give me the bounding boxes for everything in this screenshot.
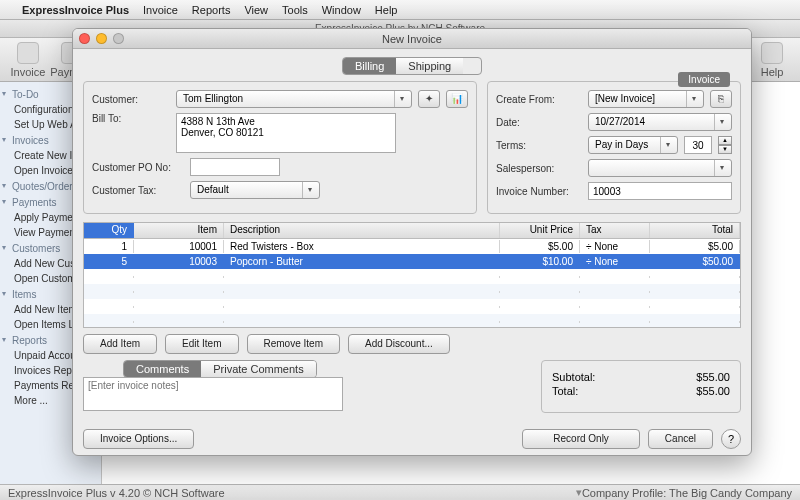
version-label: ExpressInvoice Plus v 4.20 © NCH Softwar…: [8, 487, 225, 499]
add-customer-icon[interactable]: ✦: [418, 90, 440, 108]
date-field[interactable]: 10/27/2014: [588, 113, 732, 131]
os-menubar: ExpressInvoice Plus Invoice Reports View…: [0, 0, 800, 20]
menu-window[interactable]: Window: [322, 4, 361, 16]
cancel-button[interactable]: Cancel: [648, 429, 713, 449]
table-row[interactable]: [84, 299, 740, 314]
tab-billing[interactable]: Billing: [343, 58, 396, 74]
col-qty[interactable]: Qty: [84, 223, 134, 238]
billing-panel: Customer: Tom Ellington ✦ 📊 Bill To: Cus…: [83, 81, 477, 214]
col-total[interactable]: Total: [650, 223, 740, 238]
createfrom-label: Create From:: [496, 94, 582, 105]
customer-combo[interactable]: Tom Ellington: [176, 90, 412, 108]
tab-shipping[interactable]: Shipping: [396, 58, 463, 74]
record-only-button[interactable]: Record Only: [522, 429, 640, 449]
subtotal-label: Subtotal:: [552, 371, 595, 383]
terms-stepper[interactable]: ▲▼: [718, 136, 732, 154]
menu-reports[interactable]: Reports: [192, 4, 231, 16]
zoom-icon: [113, 33, 124, 44]
company-profile[interactable]: Company Profile: The Big Candy Company: [582, 487, 792, 499]
terms-days-input[interactable]: [684, 136, 712, 154]
table-row[interactable]: [84, 284, 740, 299]
menu-app[interactable]: ExpressInvoice Plus: [22, 4, 129, 16]
col-item[interactable]: Item: [134, 223, 224, 238]
menu-tools[interactable]: Tools: [282, 4, 308, 16]
billto-label: Bill To:: [92, 113, 170, 124]
createfrom-action-icon[interactable]: ⎘: [710, 90, 732, 108]
col-desc[interactable]: Description: [224, 223, 500, 238]
help-icon: [761, 42, 783, 64]
customer-label: Customer:: [92, 94, 170, 105]
line-items-table[interactable]: Qty Item Description Unit Price Tax Tota…: [83, 222, 741, 328]
tab-private-comments[interactable]: Private Comments: [201, 361, 315, 377]
customer-stats-icon[interactable]: 📊: [446, 90, 468, 108]
billing-shipping-tabs: Billing Shipping: [342, 57, 482, 75]
new-invoice-dialog: New Invoice Billing Shipping Customer: T…: [72, 28, 752, 456]
invoice-badge: Invoice: [678, 72, 730, 87]
menu-invoice[interactable]: Invoice: [143, 4, 178, 16]
createfrom-combo[interactable]: [New Invoice]: [588, 90, 704, 108]
terms-label: Terms:: [496, 140, 582, 151]
billto-textarea[interactable]: [176, 113, 396, 153]
add-item-button[interactable]: Add Item: [83, 334, 157, 354]
invoiceno-input[interactable]: [588, 182, 732, 200]
tax-label: Customer Tax:: [92, 185, 184, 196]
invoice-options-button[interactable]: Invoice Options...: [83, 429, 194, 449]
comments-section: Comments Private Comments: [83, 360, 531, 413]
table-row[interactable]: [84, 314, 740, 328]
col-price[interactable]: Unit Price: [500, 223, 580, 238]
totals-panel: Subtotal:$55.00 Total:$55.00: [541, 360, 741, 413]
help-button[interactable]: ?: [721, 429, 741, 449]
table-row[interactable]: [84, 269, 740, 284]
tab-comments[interactable]: Comments: [124, 361, 201, 377]
po-label: Customer PO No:: [92, 162, 184, 173]
toolbar-invoice[interactable]: Invoice: [6, 42, 50, 78]
edit-item-button[interactable]: Edit Item: [165, 334, 238, 354]
subtotal-value: $55.00: [696, 371, 730, 383]
dialog-titlebar: New Invoice: [73, 29, 751, 49]
dialog-title: New Invoice: [382, 33, 442, 45]
col-tax[interactable]: Tax: [580, 223, 650, 238]
menu-view[interactable]: View: [244, 4, 268, 16]
menu-help[interactable]: Help: [375, 4, 398, 16]
invoice-icon: [17, 42, 39, 64]
add-discount-button[interactable]: Add Discount...: [348, 334, 450, 354]
table-header: Qty Item Description Unit Price Tax Tota…: [84, 223, 740, 239]
table-row[interactable]: 110001Red Twisters - Box$5.00÷ None$5.00: [84, 239, 740, 254]
salesperson-label: Salesperson:: [496, 163, 582, 174]
date-label: Date:: [496, 117, 582, 128]
remove-item-button[interactable]: Remove Item: [247, 334, 340, 354]
close-icon[interactable]: [79, 33, 90, 44]
po-input[interactable]: [190, 158, 280, 176]
total-label: Total:: [552, 385, 578, 397]
total-value: $55.00: [696, 385, 730, 397]
toolbar-help[interactable]: Help: [750, 42, 794, 78]
tax-combo[interactable]: Default: [190, 181, 320, 199]
minimize-icon[interactable]: [96, 33, 107, 44]
status-bar: ExpressInvoice Plus v 4.20 © NCH Softwar…: [0, 484, 800, 500]
table-row[interactable]: 510003Popcorn - Butter$10.00÷ None$50.00: [84, 254, 740, 269]
salesperson-combo[interactable]: [588, 159, 732, 177]
terms-combo[interactable]: Pay in Days: [588, 136, 678, 154]
invoiceno-label: Invoice Number:: [496, 186, 582, 197]
comments-textarea[interactable]: [83, 377, 343, 411]
invoice-panel: Invoice Create From: [New Invoice] ⎘ Dat…: [487, 81, 741, 214]
